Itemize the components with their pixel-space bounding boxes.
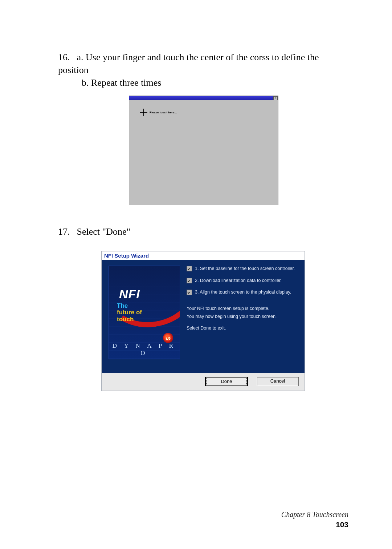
wizard-logo: NFI The future of touch ᔕ D Y N A P R O [109, 266, 180, 359]
wizard-complete-1: Your NFI touch screen setup is complete. [187, 306, 298, 311]
instruction-17: 17. Select "Done" [58, 225, 348, 238]
instruction-16-number: 16. [58, 51, 74, 64]
wizard-footer: Done Cancel [102, 373, 305, 391]
logo-tag-future: future of [117, 309, 142, 316]
wizard-window: NFI Setup Wizard NFI The future of touch… [101, 251, 305, 391]
page-footer: Chapter 8 Touchscreen 103 [0, 510, 348, 529]
wizard-complete-2: You may now begin using your touch scree… [187, 314, 298, 319]
logo-tag-touch: touch [117, 316, 134, 323]
logo-tag-the: The [117, 302, 128, 310]
calibration-window: × Please touch here... [129, 96, 278, 205]
checkbox-icon [187, 290, 192, 295]
footer-page-number: 103 [0, 520, 348, 529]
wizard-complete-3: Select Done to exit. [187, 326, 298, 331]
instruction-17-number: 17. [58, 225, 74, 238]
calibration-cross-icon[interactable] [140, 109, 147, 116]
instruction-16: 16. a. Use your finger and touch the cen… [58, 51, 348, 89]
instruction-16-line-b: b. Repeat three times [82, 76, 348, 89]
done-button[interactable]: Done [205, 377, 248, 386]
close-icon[interactable]: × [273, 96, 278, 100]
calibration-touch-label: Please touch here... [150, 111, 177, 114]
instruction-17-text: Select "Done" [77, 226, 131, 237]
instruction-16-line-a: a. Use your finger and touch the center … [58, 52, 319, 75]
checkbox-icon [187, 266, 192, 271]
wizard-title: NFI Setup Wizard [102, 251, 305, 261]
footer-chapter: Chapter 8 Touchscreen [281, 510, 348, 518]
wizard-steps-panel: 1. Set the baseline for the touch screen… [187, 266, 298, 369]
wizard-step-2-text: 2. Download linearization data to contro… [195, 278, 282, 283]
wizard-step-1: 1. Set the baseline for the touch screen… [187, 266, 298, 271]
logo-text-nfi: NFI [119, 287, 140, 301]
calibration-titlebar: × [129, 96, 278, 100]
wizard-step-3: 3. Align the touch screen to the physica… [187, 289, 298, 295]
wizard-step-3-text: 3. Align the touch screen to the physica… [195, 289, 291, 295]
logo-brand: D Y N A P R O [109, 342, 180, 357]
wizard-step-2: 2. Download linearization data to contro… [187, 278, 298, 283]
wizard-step-1-text: 1. Set the baseline for the touch screen… [195, 266, 295, 271]
cancel-button[interactable]: Cancel [257, 377, 299, 386]
checkbox-icon [187, 278, 192, 283]
